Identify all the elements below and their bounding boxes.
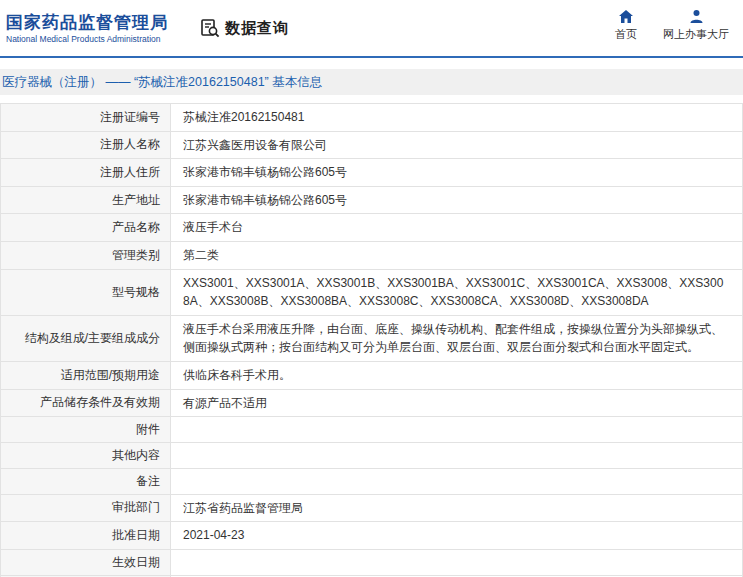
- table-row: 产品名称液压手术台: [1, 214, 743, 242]
- nmpa-logo[interactable]: 国家药品监督管理局 National Medical Products Admi…: [6, 12, 168, 43]
- page-header: 国家药品监督管理局 National Medical Products Admi…: [0, 0, 743, 56]
- nav-item-label: 首页: [615, 27, 637, 42]
- row-label: 结构及组成/主要组成成分: [1, 315, 171, 361]
- nav-item-service-hall[interactable]: 网上办事大厅: [663, 9, 729, 42]
- table-row: 备注: [1, 468, 743, 494]
- breadcrumb: 医疗器械（注册） —— “苏械注准20162150481” 基本信息: [0, 69, 743, 95]
- row-value: 液压手术台: [171, 214, 743, 242]
- table-row: 其他内容: [1, 442, 743, 468]
- table-row: 审批部门江苏省药品监督管理局: [1, 494, 743, 522]
- table-row: 注册人住所张家港市锦丰镇杨锦公路605号: [1, 159, 743, 187]
- table-row: 生产地址张家港市锦丰镇杨锦公路605号: [1, 186, 743, 214]
- row-value: 有源产品不适用: [171, 389, 743, 417]
- row-value: 2021-04-23: [171, 522, 743, 550]
- table-row: 生效日期: [1, 549, 743, 575]
- logo-subtitle: National Medical Products Administration: [6, 34, 168, 44]
- nav-item-label: 网上办事大厅: [663, 27, 729, 42]
- breadcrumb-wrap: 医疗器械（注册） —— “苏械注准20162150481” 基本信息: [0, 69, 743, 95]
- table-row: 注册人名称江苏兴鑫医用设备有限公司: [1, 131, 743, 159]
- table-row: 附件: [1, 417, 743, 443]
- row-value: 江苏兴鑫医用设备有限公司: [171, 131, 743, 159]
- header-divider: [0, 56, 743, 58]
- row-value: 第二类: [171, 241, 743, 269]
- row-value: 苏械注准20162150481: [171, 104, 743, 132]
- row-label: 适用范围/预期用途: [1, 361, 171, 389]
- row-label: 型号规格: [1, 269, 171, 315]
- table-row: 管理类别第二类: [1, 241, 743, 269]
- row-value: [171, 442, 743, 468]
- row-value: 江苏省药品监督管理局: [171, 494, 743, 522]
- registration-info-table-wrap: 注册证编号苏械注准20162150481注册人名称江苏兴鑫医用设备有限公司注册人…: [0, 103, 743, 577]
- home-icon: [618, 9, 634, 24]
- row-label: 其他内容: [1, 442, 171, 468]
- row-label: 生效日期: [1, 549, 171, 575]
- row-value: [171, 417, 743, 443]
- row-label: 注册人名称: [1, 131, 171, 159]
- table-row: 产品储存条件及有效期有源产品不适用: [1, 389, 743, 417]
- row-value: 液压手术台采用液压升降，由台面、底座、操纵传动机构、配套件组成，按操纵位置分为头…: [171, 315, 743, 361]
- table-row: 注册证编号苏械注准20162150481: [1, 104, 743, 132]
- row-value: 张家港市锦丰镇杨锦公路605号: [171, 186, 743, 214]
- logo-title: 国家药品监督管理局: [6, 12, 168, 33]
- person-icon: [689, 9, 704, 24]
- row-label: 审批部门: [1, 494, 171, 522]
- row-label: 附件: [1, 417, 171, 443]
- row-label: 备注: [1, 468, 171, 494]
- table-row: 适用范围/预期用途供临床各科手术用。: [1, 361, 743, 389]
- registration-info-table: 注册证编号苏械注准20162150481注册人名称江苏兴鑫医用设备有限公司注册人…: [0, 103, 743, 577]
- row-value: 供临床各科手术用。: [171, 361, 743, 389]
- table-row: 型号规格XXS3001、XXS3001A、XXS3001B、XXS3001BA、…: [1, 269, 743, 315]
- row-label: 注册证编号: [1, 104, 171, 132]
- row-label: 产品储存条件及有效期: [1, 389, 171, 417]
- row-label: 管理类别: [1, 241, 171, 269]
- row-value: [171, 549, 743, 575]
- row-value: XXS3001、XXS3001A、XXS3001B、XXS3001BA、XXS3…: [171, 269, 743, 315]
- header-nav: 首页 网上办事大厅: [615, 15, 733, 42]
- row-value: 张家港市锦丰镇杨锦公路605号: [171, 159, 743, 187]
- table-row: 批准日期2021-04-23: [1, 522, 743, 550]
- row-label: 产品名称: [1, 214, 171, 242]
- row-label: 生产地址: [1, 186, 171, 214]
- nav-item-home[interactable]: 首页: [615, 9, 637, 42]
- data-query-label: 数据查询: [225, 19, 289, 38]
- data-query-icon: [200, 18, 220, 38]
- row-value: [171, 468, 743, 494]
- row-label: 注册人住所: [1, 159, 171, 187]
- data-query-section[interactable]: 数据查询: [200, 18, 289, 38]
- info-table-body: 注册证编号苏械注准20162150481注册人名称江苏兴鑫医用设备有限公司注册人…: [1, 104, 743, 577]
- row-label: 批准日期: [1, 522, 171, 550]
- table-row: 结构及组成/主要组成成分液压手术台采用液压升降，由台面、底座、操纵传动机构、配套…: [1, 315, 743, 361]
